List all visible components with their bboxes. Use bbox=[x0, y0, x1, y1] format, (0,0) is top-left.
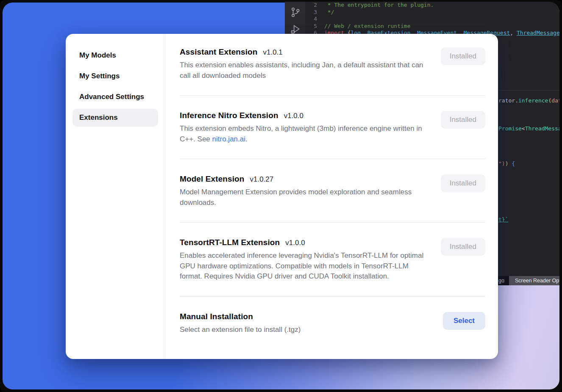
extension-name: Model Extension bbox=[180, 174, 244, 184]
extension-title-row: Manual Installation bbox=[180, 312, 300, 321]
extension-row-assistant: Assistant Extension v1.0.1 This extensio… bbox=[180, 35, 485, 96]
sidebar-item-label: My Models bbox=[79, 51, 116, 60]
sidebar-item-advanced-settings[interactable]: Advanced Settings bbox=[72, 88, 158, 106]
installed-button-tensorrt[interactable]: Installed bbox=[441, 238, 485, 256]
sidebar-item-extensions[interactable]: Extensions bbox=[72, 109, 158, 127]
screen-reader-badge[interactable]: Screen Reader Optimize bbox=[509, 276, 559, 285]
select-file-button[interactable]: Select bbox=[443, 312, 485, 330]
status-text: go bbox=[498, 278, 504, 284]
sidebar-item-my-models[interactable]: My Models bbox=[72, 47, 158, 64]
code-line: 5 // Web / extension runtime bbox=[305, 23, 559, 30]
installed-button-assistant[interactable]: Installed bbox=[441, 47, 485, 65]
extension-description: This extension embeds Nitro, a lightweig… bbox=[180, 124, 425, 144]
extension-version: v1.0.1 bbox=[263, 48, 283, 57]
code-line: 3 */ bbox=[305, 9, 559, 16]
brace: { bbox=[508, 160, 515, 167]
extension-info: TensortRT-LLM Extension v1.0.0 Enables a… bbox=[180, 238, 425, 282]
extension-title-row: TensortRT-LLM Extension v1.0.0 bbox=[180, 238, 425, 247]
screen: 2 * The entrypoint for the plugin. 3 */ … bbox=[0, 0, 562, 392]
extension-title-row: Model Extension v1.0.27 bbox=[180, 174, 425, 184]
extension-version: v1.0.0 bbox=[285, 239, 305, 247]
code-comment: * The entrypoint for the plugin. bbox=[324, 2, 434, 9]
code-block: 2 * The entrypoint for the plugin. 3 */ … bbox=[305, 2, 559, 37]
extension-name: Assistant Extension bbox=[180, 47, 258, 57]
source-control-icon[interactable] bbox=[290, 7, 301, 18]
extension-info: Inference Nitro Extension v1.0.0 This ex… bbox=[180, 111, 425, 144]
nitro-jan-ai-link[interactable]: nitro.jan.ai bbox=[212, 135, 245, 143]
template-string: t}` bbox=[498, 216, 508, 223]
manual-installation-title: Manual Installation bbox=[180, 312, 253, 321]
manual-installation-description: Select an extension file to install (.tg… bbox=[180, 325, 300, 335]
extension-info: Manual Installation Select an extension … bbox=[180, 312, 300, 335]
run-debug-icon[interactable] bbox=[290, 24, 301, 35]
installed-button-nitro[interactable]: Installed bbox=[441, 111, 485, 129]
manual-installation-row: Manual Installation Select an extension … bbox=[180, 297, 485, 348]
type-name: Promise bbox=[498, 125, 522, 132]
punct: < bbox=[522, 125, 525, 132]
extension-info: Model Extension v1.0.27 Model Management… bbox=[180, 174, 425, 208]
sidebar-item-label: My Settings bbox=[79, 72, 120, 80]
code-comment: // Web / extension runtime bbox=[324, 23, 411, 30]
extension-version: v1.0.27 bbox=[250, 175, 273, 184]
description-text: . bbox=[245, 135, 248, 143]
extension-title-row: Inference Nitro Extension v1.0.0 bbox=[180, 111, 425, 120]
extension-version: v1.0.0 bbox=[284, 112, 303, 120]
punct: rator. bbox=[498, 97, 518, 104]
extension-info: Assistant Extension v1.0.1 This extensio… bbox=[180, 47, 425, 81]
installed-button-model[interactable]: Installed bbox=[441, 174, 485, 192]
code-fragment: rator.inference(data)); bbox=[498, 97, 559, 104]
sidebar-item-my-settings[interactable]: My Settings bbox=[72, 67, 158, 85]
sidebar-item-label: Extensions bbox=[79, 113, 118, 122]
extension-row-model: Model Extension v1.0.27 Model Management… bbox=[180, 159, 485, 223]
punct: , bbox=[510, 30, 517, 36]
type-name: ThreadMessage bbox=[525, 125, 559, 132]
line-number: 3 bbox=[305, 9, 317, 16]
extension-title-row: Assistant Extension v1.0.1 bbox=[180, 47, 425, 57]
code-fragment: ")) { bbox=[498, 160, 515, 167]
extension-row-nitro: Inference Nitro Extension v1.0.0 This ex… bbox=[180, 96, 485, 159]
extension-row-tensorrt: TensortRT-LLM Extension v1.0.0 Enables a… bbox=[180, 223, 485, 297]
code-fragment: t}` bbox=[498, 216, 508, 223]
argument: data bbox=[551, 97, 559, 104]
line-number: 4 bbox=[305, 16, 317, 23]
code-line: 2 * The entrypoint for the plugin. bbox=[305, 2, 559, 9]
line-number: 5 bbox=[305, 23, 317, 30]
settings-modal: My Models My Settings Advanced Settings … bbox=[66, 34, 498, 359]
extension-description: Enables accelerated inference leveraging… bbox=[180, 251, 425, 282]
extension-name: TensortRT-LLM Extension bbox=[180, 238, 280, 247]
identifier: ThreadMessage bbox=[517, 30, 559, 36]
code-fragment: Promise<ThreadMessage> bbox=[498, 125, 559, 132]
method-name: inference bbox=[518, 97, 548, 104]
string: ") bbox=[498, 160, 505, 167]
line-number: 2 bbox=[305, 2, 317, 9]
code-comment: */ bbox=[324, 9, 334, 16]
code-line: 4 bbox=[305, 16, 559, 23]
settings-sidebar: My Models My Settings Advanced Settings … bbox=[66, 34, 165, 359]
extension-description: This extension enables assistants, inclu… bbox=[180, 60, 425, 81]
sidebar-item-label: Advanced Settings bbox=[79, 93, 144, 101]
extensions-list: Assistant Extension v1.0.1 This extensio… bbox=[165, 34, 498, 359]
extension-description: Model Management Extension provides mode… bbox=[180, 187, 425, 208]
extension-name: Inference Nitro Extension bbox=[180, 111, 278, 120]
